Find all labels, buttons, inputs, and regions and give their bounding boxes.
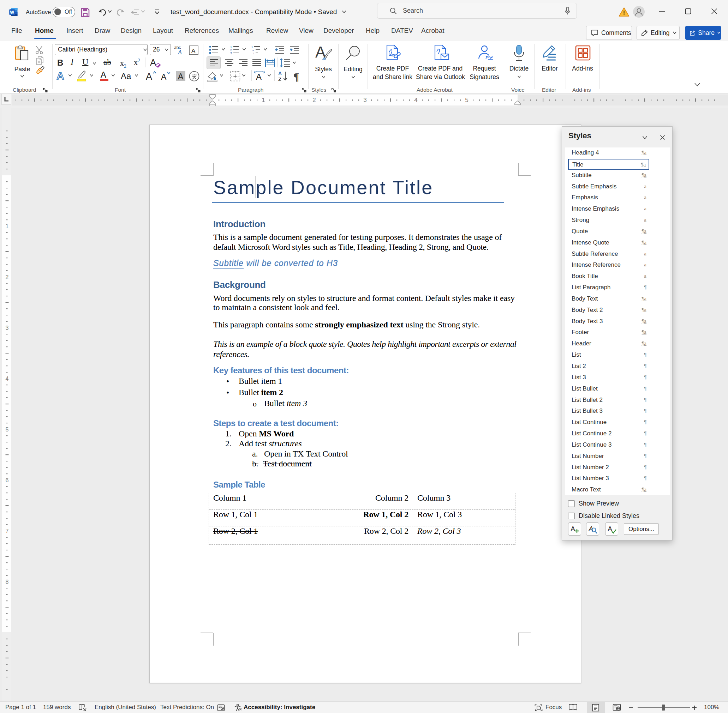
editing-group-button[interactable]: Editing [339,43,366,82]
doc-title[interactable]: Sample Document Title [213,176,433,198]
shading-dropdown-icon[interactable] [220,74,223,77]
style-item-body-text-2[interactable]: Body Text 2 ¶a [568,305,649,316]
heading-steps[interactable]: Steps to create a test document: [213,418,339,428]
step-item[interactable]: Add test structures [239,439,302,448]
tab-layout[interactable]: Layout [153,27,173,34]
close-button[interactable] [707,4,722,18]
page-indicator[interactable]: Page 1 of 1 [5,704,36,711]
share-button[interactable]: Share [685,26,721,40]
style-item-list-number-2[interactable]: List Number 2 ¶ [568,462,649,473]
focus-label[interactable]: Focus [546,704,562,711]
document-title[interactable]: test_word_document.docx - Compatibility … [170,8,337,16]
style-item-body-text[interactable]: Body Text ¶a [568,294,649,305]
asian-layout-dropdown-icon[interactable] [267,74,271,77]
styles-options-button[interactable]: Options... [624,523,659,535]
quote-line[interactable]: This is an example of a block quote styl… [213,339,516,349]
table-cell[interactable]: Row 1, Col 1 [213,510,258,519]
phonetic-guide-icon[interactable]: abc A [174,45,185,55]
style-item-list-bullet[interactable]: List Bullet ¶ [568,383,649,395]
style-item-list-3[interactable]: List 3 ¶ [568,372,649,383]
text-predictions[interactable]: Text Predictions: On [160,704,214,711]
font-color-icon[interactable]: A [99,70,110,82]
align-left-button[interactable] [206,57,221,69]
style-inspector-button[interactable]: A [586,522,599,535]
highlight-dropdown-icon[interactable] [90,74,94,77]
new-style-button[interactable]: A [568,522,581,535]
align-center-icon[interactable] [224,58,234,67]
table-cell[interactable]: Row 2, Col 2 [364,527,408,536]
heading-key-features[interactable]: Key features of this test document: [213,365,349,375]
styles-pane-dropdown-icon[interactable] [642,136,647,140]
show-preview-checkbox[interactable] [568,500,575,507]
addins-button[interactable]: Add-ins [570,43,595,82]
format-painter-icon[interactable] [35,66,45,75]
font-size-combo[interactable]: 26 [150,44,171,55]
shrink-font-icon[interactable]: A [160,70,171,82]
styles-gallery-button[interactable]: A Styles [311,43,336,82]
cut-icon[interactable] [35,46,45,54]
paragraph-line[interactable]: Word documents rely on styles to structu… [213,294,515,303]
tab-datev[interactable]: DATEV [391,27,413,34]
underline-dropdown-icon[interactable] [93,62,96,65]
text-effects-icon[interactable]: A [55,70,67,82]
style-item-subtle-emphasis[interactable]: Subtle Emphasis a [568,181,649,192]
comments-button[interactable]: Comments [586,26,632,40]
bullet-list-icon[interactable] [209,45,218,54]
zoom-out-icon[interactable] [628,706,633,710]
editing-mode-button[interactable]: Editing [637,26,680,40]
highlight-icon[interactable] [76,70,89,82]
style-item-strong[interactable]: Strong a [568,215,649,226]
tab-developer[interactable]: Developer [323,27,354,34]
multilevel-dropdown-icon[interactable] [263,48,267,51]
italic-button[interactable]: I [70,57,78,68]
right-indent-marker[interactable] [514,100,522,106]
align-right-icon[interactable] [239,58,248,67]
borders-icon[interactable] [229,70,241,82]
table-cell[interactable]: Row 1, Col 3 [417,510,462,519]
table-cell[interactable]: Row 1, Col 2 [363,510,408,519]
tab-view[interactable]: View [299,27,314,34]
print-layout-selected[interactable] [587,702,605,713]
create-pdf-share-outlook-button[interactable]: Create PDF and Share via Outlook [416,43,465,82]
collapse-ribbon-icon[interactable] [694,82,701,87]
document-page[interactable]: Sample Document Title Introduction This … [149,125,581,683]
style-item-list-paragraph[interactable]: List Paragraph ¶ [568,282,649,294]
styles-dialog-launcher-icon[interactable] [332,88,336,92]
account-avatar[interactable] [633,6,645,18]
tab-review[interactable]: Review [266,27,288,34]
save-icon[interactable] [81,8,90,17]
style-item-quote[interactable]: Quote ¶a [568,226,649,237]
style-item-title[interactable]: Title ¶a [568,159,649,170]
customize-qat-icon[interactable] [154,9,160,15]
sample-table[interactable]: Column 1 Column 2 Column 3 Row 1, Col 1 … [209,493,516,545]
search-mic-icon[interactable] [565,7,571,15]
accessibility-status[interactable]: Accessibility: Investigate [244,704,315,711]
zoom-level[interactable]: 100% [704,704,719,711]
maximize-button[interactable] [680,4,696,18]
heading-sample-table[interactable]: Sample Table [213,480,265,490]
change-case-dropdown-icon[interactable] [135,74,138,77]
word-count[interactable]: 159 words [43,704,70,711]
title-dropdown-icon[interactable] [342,10,346,13]
style-item-body-text-3[interactable]: Body Text 3 ¶a [568,316,649,327]
style-item-list-bullet-2[interactable]: List Bullet 2 ¶ [568,395,649,406]
style-item-heading-4[interactable]: Heading 4 ¶a [568,148,649,159]
table-cell[interactable]: Column 1 [213,493,247,503]
editor-button[interactable]: Editor [537,43,563,82]
bullet-list-dropdown-icon[interactable] [221,48,225,51]
style-item-footer[interactable]: Footer ¶a [568,327,649,338]
increase-indent-icon[interactable] [290,45,299,54]
proofing-icon[interactable] [78,704,87,711]
heading-introduction[interactable]: Introduction [213,219,266,230]
style-item-intense-emphasis[interactable]: Intense Emphasis a [568,204,649,215]
strikethrough-button[interactable]: ab [103,58,111,67]
enclose-characters-icon[interactable] [188,70,200,82]
accessibility-icon[interactable] [234,704,242,712]
web-layout-icon[interactable] [613,704,621,712]
bold-button[interactable]: B [57,58,66,69]
step-item[interactable]: Open MS Word [239,429,294,439]
character-border-icon[interactable]: A [188,45,199,55]
clear-formatting-icon[interactable]: A [149,57,161,69]
paste-button[interactable]: Paste [10,44,34,82]
warning-icon[interactable] [619,7,629,17]
